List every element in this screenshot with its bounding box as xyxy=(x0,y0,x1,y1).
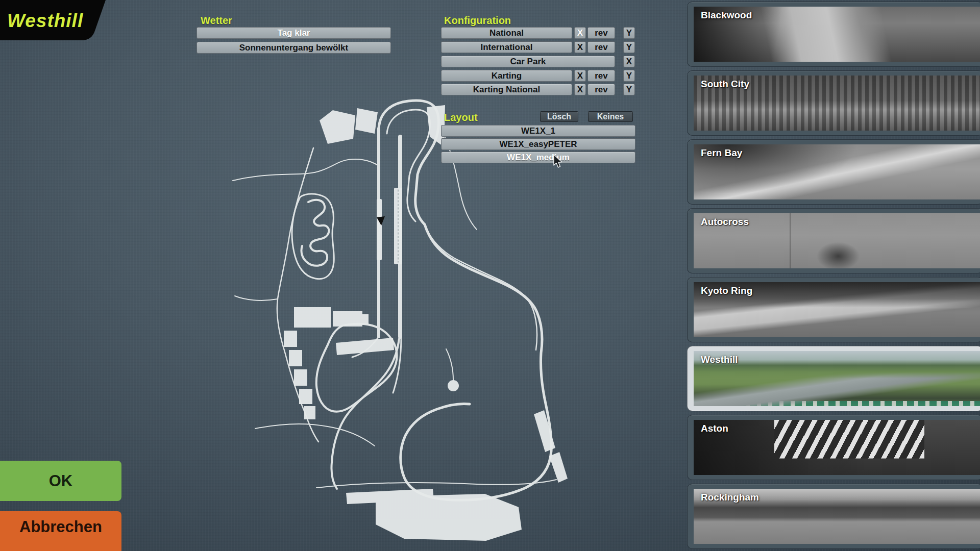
track-title-banner: Westhill xyxy=(0,0,108,41)
config-karting-y[interactable]: Y xyxy=(623,70,635,82)
track-name: Westhill xyxy=(701,354,738,365)
track-card-rockingham[interactable]: Rockingham xyxy=(687,484,980,549)
track-name: Blackwood xyxy=(701,10,752,21)
ok-button[interactable]: OK xyxy=(0,461,121,501)
track-photo-rockingham: Rockingham xyxy=(694,489,980,544)
track-card-aston[interactable]: Aston xyxy=(687,415,980,480)
config-national-x[interactable]: X xyxy=(574,27,586,39)
config-national-rev[interactable]: rev xyxy=(587,27,615,39)
track-photo-westhill: Westhill xyxy=(694,351,980,406)
config-karting[interactable]: Karting xyxy=(441,70,572,82)
layout-delete-button[interactable]: Lösch xyxy=(540,111,578,122)
layout-item-we1x-1[interactable]: WE1X_1 xyxy=(441,125,635,137)
weather-option-day-clear[interactable]: Tag klar xyxy=(197,27,391,39)
config-international[interactable]: International xyxy=(441,41,572,53)
track-card-autocross[interactable]: Autocross xyxy=(687,208,980,273)
page-title: Westhill xyxy=(7,10,83,32)
track-photo-kyoto-ring: Kyoto Ring xyxy=(694,282,980,337)
track-photo-blackwood: Blackwood xyxy=(694,7,980,62)
track-photo-fern-bay: Fern Bay xyxy=(694,144,980,199)
track-card-fern-bay[interactable]: Fern Bay xyxy=(687,139,980,205)
track-name: Autocross xyxy=(701,216,749,228)
track-name: Aston xyxy=(701,423,728,434)
config-karting-national[interactable]: Karting National xyxy=(441,84,572,95)
track-card-westhill-selected[interactable]: Westhill xyxy=(687,346,980,411)
track-photo-aston: Aston xyxy=(694,420,980,475)
config-national-y[interactable]: Y xyxy=(623,27,635,39)
config-karting-national-y[interactable]: Y xyxy=(623,84,635,95)
track-card-kyoto-ring[interactable]: Kyoto Ring xyxy=(687,277,980,342)
config-karting-national-x[interactable]: X xyxy=(574,84,586,95)
configuration-section-label: Konfiguration xyxy=(444,15,511,27)
layout-item-we1x-easypeter[interactable]: WE1X_easyPETER xyxy=(441,138,635,150)
track-card-south-city[interactable]: South City xyxy=(687,70,980,136)
config-karting-x[interactable]: X xyxy=(574,70,586,82)
config-karting-rev[interactable]: rev xyxy=(587,70,615,82)
track-photo-autocross: Autocross xyxy=(694,213,980,268)
layout-none-button[interactable]: Keines xyxy=(588,111,633,122)
config-international-rev[interactable]: rev xyxy=(587,41,615,53)
weather-option-sunset-cloudy[interactable]: Sonnenuntergang bewölkt xyxy=(197,42,391,54)
config-karting-national-rev[interactable]: rev xyxy=(587,84,615,95)
layout-item-we1x-medium[interactable]: WE1X_medium xyxy=(441,152,635,163)
cancel-button[interactable]: Abbrechen xyxy=(0,511,121,551)
track-name: Rockingham xyxy=(701,492,759,503)
track-name: South City xyxy=(701,79,749,90)
track-name: Fern Bay xyxy=(701,147,742,159)
track-card-blackwood[interactable]: Blackwood xyxy=(687,2,980,67)
config-car-park[interactable]: Car Park xyxy=(441,56,615,67)
weather-section-label: Wetter xyxy=(201,15,232,27)
layout-section-label: Layout xyxy=(444,112,478,123)
config-car-park-x[interactable]: X xyxy=(623,56,635,67)
config-international-y[interactable]: Y xyxy=(623,41,635,53)
track-name: Kyoto Ring xyxy=(701,285,752,296)
config-international-x[interactable]: X xyxy=(574,41,586,53)
config-national[interactable]: National xyxy=(441,27,572,39)
track-photo-south-city: South City xyxy=(694,76,980,131)
